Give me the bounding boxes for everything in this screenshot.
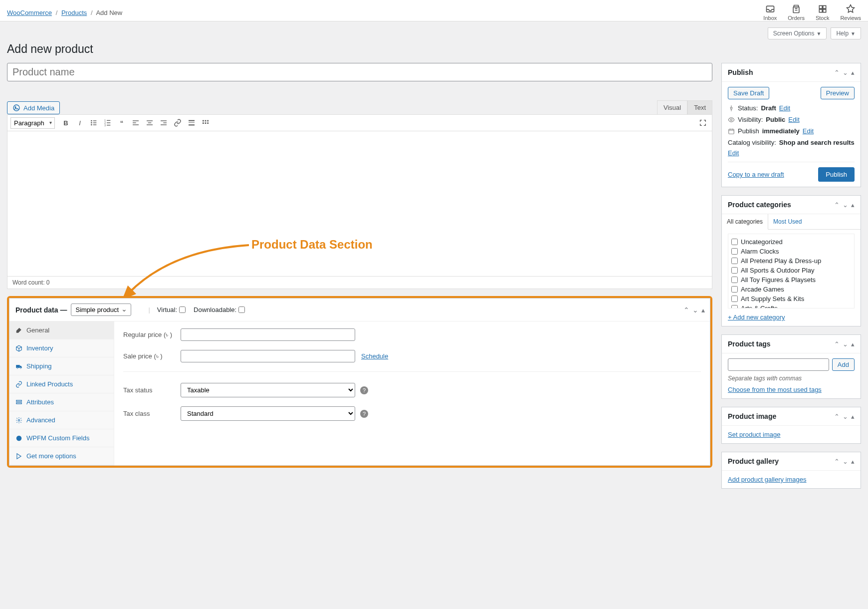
format-select[interactable]: Paragraph (10, 117, 55, 129)
panel-up-icon[interactable]: ⌃ (834, 340, 840, 348)
bullet-list-button[interactable] (88, 117, 100, 129)
edit-schedule-link[interactable]: Edit (803, 127, 814, 135)
tab-inventory[interactable]: Inventory (9, 339, 114, 357)
category-item[interactable]: All Toy Figures & Playsets (731, 275, 851, 285)
product-type-select[interactable]: Simple product (71, 304, 131, 316)
panel-up-icon[interactable]: ⌃ (683, 306, 689, 314)
schedule-link[interactable]: Schedule (361, 352, 388, 360)
panel-up-icon[interactable]: ⌃ (834, 201, 840, 209)
panel-toggle-icon[interactable]: ▴ (851, 201, 855, 209)
svg-point-7 (15, 107, 16, 108)
tab-get-more-options[interactable]: Get more options (9, 447, 114, 465)
readmore-button[interactable] (186, 117, 198, 129)
tab-general[interactable]: General (9, 321, 114, 339)
screen-options-button[interactable]: Screen Options▼ (768, 27, 827, 39)
edit-visibility-link[interactable]: Edit (788, 116, 799, 123)
category-item[interactable]: Uncategorized (731, 237, 851, 247)
downloadable-checkbox-label[interactable]: Downloadable: (194, 306, 245, 313)
tax-status-select[interactable]: Taxable (181, 383, 355, 397)
svg-rect-20 (133, 120, 139, 121)
add-category-link[interactable]: + Add new category (728, 313, 785, 321)
save-draft-button[interactable]: Save Draft (728, 87, 769, 99)
svg-rect-43 (16, 402, 22, 403)
panel-toggle-icon[interactable]: ▴ (851, 413, 855, 420)
panel-down-icon[interactable]: ⌄ (843, 458, 848, 465)
fullscreen-button[interactable] (697, 117, 709, 129)
editor-content[interactable] (7, 131, 712, 276)
align-center-button[interactable] (144, 117, 156, 129)
italic-button[interactable]: I (74, 117, 86, 129)
tag-input[interactable] (728, 358, 829, 371)
visual-tab[interactable]: Visual (657, 100, 687, 114)
edit-catalog-link[interactable]: Edit (728, 149, 739, 157)
text-tab[interactable]: Text (687, 100, 712, 114)
panel-down-icon[interactable]: ⌄ (843, 69, 848, 76)
copy-draft-link[interactable]: Copy to a new draft (728, 171, 784, 178)
publish-button[interactable]: Publish (818, 167, 855, 182)
edit-status-link[interactable]: Edit (779, 104, 790, 112)
category-list[interactable]: Uncategorized Alarm Clocks All Pretend P… (728, 234, 855, 308)
svg-rect-29 (189, 120, 195, 121)
reviews-button[interactable]: Reviews (840, 4, 861, 21)
panel-down-icon[interactable]: ⌄ (843, 201, 848, 209)
category-item[interactable]: Alarm Clocks (731, 247, 851, 256)
stock-icon (818, 4, 828, 14)
set-product-image-link[interactable]: Set product image (728, 431, 781, 438)
tax-class-select[interactable]: Standard (181, 406, 355, 421)
product-name-input[interactable] (7, 63, 712, 81)
svg-rect-21 (133, 122, 136, 123)
panel-toggle-icon[interactable]: ▴ (701, 306, 705, 314)
tab-shipping[interactable]: Shipping (9, 357, 114, 375)
preview-button[interactable]: Preview (821, 87, 855, 99)
add-media-button[interactable]: Add Media (7, 101, 60, 114)
all-categories-tab[interactable]: All categories (722, 214, 768, 230)
category-item[interactable]: All Pretend Play & Dress-up (731, 256, 851, 266)
svg-rect-13 (93, 124, 97, 125)
category-item[interactable]: Arts & Crafts (731, 304, 851, 308)
svg-rect-39 (16, 365, 20, 368)
panel-toggle-icon[interactable]: ▴ (851, 69, 855, 76)
tab-attributes[interactable]: Attributes (9, 393, 114, 411)
orders-button[interactable]: Orders (788, 4, 805, 21)
panel-down-icon[interactable]: ⌄ (843, 340, 848, 348)
regular-price-input[interactable] (181, 328, 355, 341)
category-item[interactable]: Arcade Games (731, 285, 851, 294)
page-title: Add new product (7, 42, 861, 56)
bold-button[interactable]: B (60, 117, 72, 129)
downloadable-checkbox[interactable] (238, 306, 245, 313)
add-tag-button[interactable]: Add (832, 358, 855, 371)
choose-tags-link[interactable]: Choose from the most used tags (728, 386, 822, 393)
panel-up-icon[interactable]: ⌃ (834, 69, 840, 76)
panel-down-icon[interactable]: ⌄ (843, 413, 848, 420)
add-gallery-images-link[interactable]: Add product gallery images (728, 476, 807, 483)
breadcrumb-products[interactable]: Products (61, 9, 87, 16)
svg-point-44 (18, 419, 20, 421)
number-list-button[interactable]: 123 (102, 117, 114, 129)
sale-price-input[interactable] (181, 350, 355, 362)
virtual-checkbox-label[interactable]: Virtual: (157, 306, 186, 313)
align-left-button[interactable] (130, 117, 142, 129)
align-right-button[interactable] (158, 117, 170, 129)
panel-toggle-icon[interactable]: ▴ (851, 340, 855, 348)
breadcrumb-woocommerce[interactable]: WooCommerce (7, 9, 52, 16)
panel-toggle-icon[interactable]: ▴ (851, 458, 855, 465)
toolbar-toggle-button[interactable] (200, 117, 212, 129)
category-item[interactable]: All Sports & Outdoor Play (731, 266, 851, 275)
tab-linked-products[interactable]: Linked Products (9, 375, 114, 393)
help-icon[interactable]: ? (360, 410, 368, 418)
tab-advanced[interactable]: Advanced (9, 411, 114, 429)
virtual-checkbox[interactable] (179, 306, 186, 313)
help-button[interactable]: Help▼ (831, 27, 861, 39)
panel-up-icon[interactable]: ⌃ (834, 458, 840, 465)
link-button[interactable] (172, 117, 184, 129)
tab-wpfm-custom-fields[interactable]: WPFM Custom Fields (9, 429, 114, 447)
category-item[interactable]: Art Supply Sets & Kits (731, 294, 851, 304)
product-gallery-box: Product gallery ⌃⌄▴ Add product gallery … (721, 452, 861, 489)
panel-down-icon[interactable]: ⌄ (692, 306, 698, 314)
stock-button[interactable]: Stock (816, 4, 830, 21)
quote-button[interactable]: “ (116, 117, 128, 129)
help-icon[interactable]: ? (360, 386, 368, 394)
most-used-tab[interactable]: Most Used (768, 214, 807, 229)
panel-up-icon[interactable]: ⌃ (834, 413, 840, 420)
inbox-button[interactable]: Inbox (763, 4, 777, 21)
